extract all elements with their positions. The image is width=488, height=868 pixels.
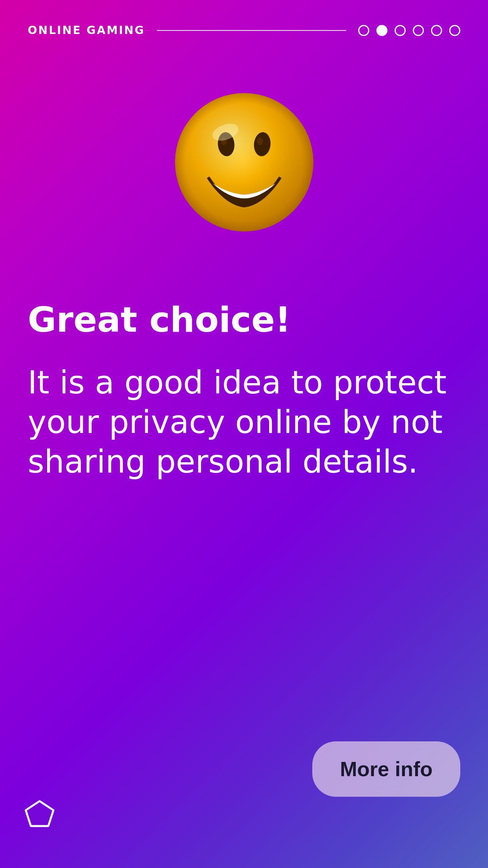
more-info-button[interactable]: More info [312, 741, 460, 797]
header-title: ONLINE GAMING [28, 24, 145, 37]
progress-dot-4[interactable] [413, 25, 424, 36]
pentagon-icon [24, 799, 55, 832]
header-divider [157, 30, 346, 31]
page-container: ONLINE GAMING [0, 0, 488, 868]
body-text: It is a good idea to protect your privac… [28, 363, 460, 482]
smiley-svg [169, 87, 319, 237]
progress-dot-5[interactable] [431, 25, 442, 36]
svg-point-5 [257, 137, 263, 145]
svg-point-1 [175, 93, 313, 232]
progress-dots [358, 25, 460, 36]
content-area: Great choice! It is a good idea to prote… [28, 301, 460, 482]
smiley-emoji-container [169, 87, 319, 237]
progress-dot-6[interactable] [449, 25, 460, 36]
svg-marker-7 [26, 801, 53, 826]
progress-dot-3[interactable] [395, 25, 406, 36]
header: ONLINE GAMING [28, 24, 460, 37]
progress-dot-2[interactable] [376, 25, 387, 36]
headline: Great choice! [28, 301, 460, 339]
progress-dot-1[interactable] [358, 25, 369, 36]
